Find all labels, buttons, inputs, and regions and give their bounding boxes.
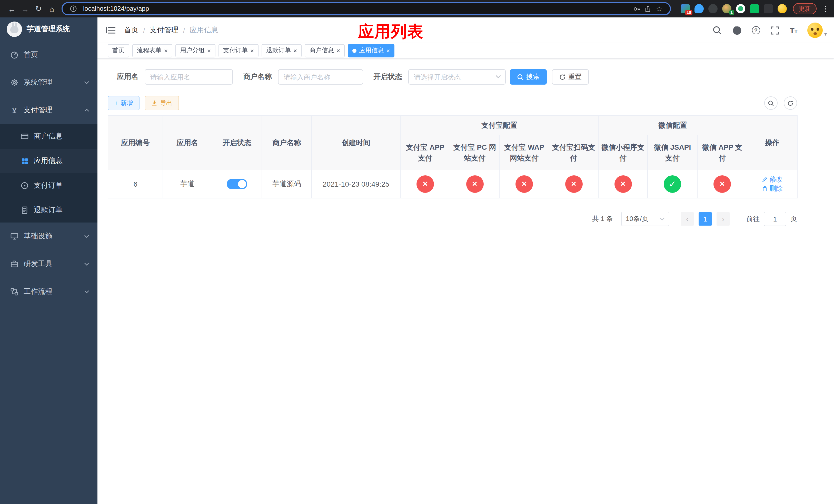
sidebar-toggle-icon[interactable] <box>106 26 116 35</box>
url-text[interactable]: localhost:1024/pay/app <box>83 5 149 12</box>
page-size-select[interactable]: 10条/页 <box>621 212 670 226</box>
close-icon[interactable]: × <box>336 47 340 53</box>
sidebar-item-label: 应用信息 <box>34 156 63 166</box>
search-button[interactable]: 搜索 <box>510 69 547 85</box>
share-icon[interactable] <box>642 4 654 13</box>
refresh-button[interactable] <box>784 96 797 110</box>
reset-button-label: 重置 <box>568 72 581 82</box>
profile-avatar-icon[interactable] <box>777 4 787 13</box>
url-bar[interactable]: localhost:1024/pay/app ☆ <box>62 2 671 15</box>
reset-button[interactable]: 重置 <box>552 69 589 85</box>
app-name-input[interactable] <box>145 69 233 85</box>
goto-page-input[interactable] <box>764 212 786 226</box>
extension-icon-4[interactable]: 1 <box>722 4 731 13</box>
tab-pay-orders[interactable]: 支付订单 × <box>219 44 259 57</box>
extension-icon-2[interactable] <box>695 4 704 13</box>
col-header-merchant: 商户名称 <box>262 116 312 170</box>
home-icon[interactable]: ⌂ <box>45 4 59 13</box>
col-header-alipay-qr: 支付宝扫码支付 <box>549 135 598 170</box>
tab-label: 商户信息 <box>309 46 334 55</box>
sidebar-item-infrastructure[interactable]: 基础设施 <box>0 223 97 250</box>
fullscreen-icon[interactable] <box>770 25 780 36</box>
browser-menu-icon[interactable]: ⋮ <box>822 4 829 13</box>
avatar-emoji <box>807 23 823 38</box>
status-label: 开启状态 <box>373 72 402 82</box>
tab-user-group[interactable]: 用户分组 × <box>175 44 215 57</box>
user-avatar[interactable]: ▾ <box>807 23 827 38</box>
toggle-search-button[interactable] <box>764 96 777 110</box>
sidebar-item-home[interactable]: 首页 <box>0 41 97 69</box>
sidebar-item-payment[interactable]: ¥ 支付管理 <box>0 96 97 124</box>
breadcrumb-home[interactable]: 首页 <box>124 26 138 35</box>
group-header-alipay: 支付宝配置 <box>400 116 598 135</box>
dashboard-icon <box>10 51 19 59</box>
close-icon[interactable]: × <box>250 47 254 53</box>
sidebar-item-pay-orders[interactable]: 支付订单 <box>0 173 97 198</box>
prev-page-button[interactable]: ‹ <box>681 212 694 226</box>
status-toggle[interactable] <box>227 179 247 189</box>
close-icon[interactable]: × <box>293 47 297 53</box>
toggle-knob <box>238 180 246 188</box>
app-logo[interactable]: 芋道管理系统 <box>0 18 97 41</box>
tab-merchant-info[interactable]: 商户信息 × <box>305 44 345 57</box>
tab-refund-orders[interactable]: 退款订单 × <box>262 44 302 57</box>
tab-app-info[interactable]: 应用信息 × <box>348 44 394 57</box>
extension-icon-5[interactable] <box>736 4 745 13</box>
export-button[interactable]: 导出 <box>145 96 179 110</box>
sidebar-item-merchant-info[interactable]: 商户信息 <box>0 124 97 149</box>
tab-process-form[interactable]: 流程表单 × <box>132 44 172 57</box>
merchant-name-input[interactable] <box>278 69 363 85</box>
chevron-down-icon <box>84 81 89 84</box>
browser-update-button[interactable]: 更新 <box>793 3 816 14</box>
tab-label: 应用信息 <box>359 46 384 55</box>
close-icon[interactable]: × <box>386 47 390 53</box>
add-button-label: 新增 <box>120 99 133 108</box>
forward-icon[interactable]: → <box>19 4 32 13</box>
close-icon[interactable]: × <box>164 47 168 53</box>
back-icon[interactable]: ← <box>5 4 19 13</box>
sidebar-item-label: 支付管理 <box>24 106 52 115</box>
chevron-down-icon <box>660 217 665 221</box>
sidebar-item-workflow[interactable]: 工作流程 <box>0 278 97 305</box>
extension-icon-3[interactable] <box>708 4 718 13</box>
site-info-icon[interactable] <box>68 4 79 13</box>
tab-label: 流程表单 <box>137 46 161 55</box>
bookmark-star-icon[interactable]: ☆ <box>654 4 665 13</box>
search-button-label: 搜索 <box>526 72 540 82</box>
help-icon[interactable]: ? <box>752 26 760 35</box>
font-size-icon[interactable]: TT <box>790 26 797 34</box>
disabled-cross-icon: × <box>416 175 434 193</box>
logo-avatar <box>7 22 22 37</box>
extension-icon-puzzle[interactable] <box>764 4 773 13</box>
sidebar-item-refund-orders[interactable]: 退款订单 <box>0 198 97 223</box>
workflow-icon <box>10 288 19 296</box>
page-1-button[interactable]: 1 <box>699 212 712 226</box>
delete-link[interactable]: 删除 <box>762 184 783 193</box>
sidebar-item-devtools[interactable]: 研发工具 <box>0 250 97 278</box>
breadcrumb-payment[interactable]: 支付管理 <box>150 26 178 35</box>
password-key-icon[interactable] <box>631 4 642 13</box>
breadcrumb: 首页 / 支付管理 / 应用信息 <box>124 26 219 35</box>
disabled-cross-icon: × <box>466 175 483 193</box>
extension-icon-1[interactable]: 10 <box>681 4 690 13</box>
close-icon[interactable]: × <box>207 47 211 53</box>
extension-icon-6[interactable] <box>750 4 759 13</box>
edit-link[interactable]: 修改 <box>762 175 783 184</box>
github-icon[interactable] <box>732 25 742 36</box>
sidebar-item-system[interactable]: 系统管理 <box>0 69 97 96</box>
add-button[interactable]: + 新增 <box>108 96 139 110</box>
col-header-wechat-jsapi: 微信 JSAPI 支付 <box>648 135 697 170</box>
reload-icon[interactable]: ↻ <box>32 4 45 13</box>
chevron-down-icon <box>496 75 501 78</box>
total-count: 共 1 条 <box>592 214 613 224</box>
sidebar-item-app-info[interactable]: 应用信息 <box>0 149 97 173</box>
app-title: 芋道管理系统 <box>27 25 70 34</box>
tab-label: 用户分组 <box>180 46 205 55</box>
search-icon[interactable] <box>712 25 722 36</box>
next-page-button[interactable]: › <box>717 212 730 226</box>
breadcrumb-current: 应用信息 <box>190 26 219 35</box>
status-select[interactable] <box>408 69 506 85</box>
status-select-input[interactable] <box>408 69 506 85</box>
tab-label: 支付订单 <box>223 46 248 55</box>
tab-home[interactable]: 首页 <box>108 44 129 57</box>
